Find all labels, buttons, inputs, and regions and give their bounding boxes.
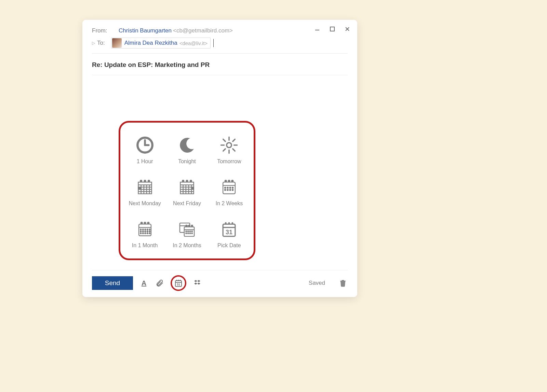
svg-rect-0 (315, 30, 319, 30)
svg-point-20 (148, 180, 150, 182)
recipient-email: <dea@liv.it> (179, 40, 208, 46)
compose-window: From: Christin Baumgarten <cb@getmailbir… (82, 20, 357, 297)
recipient-chip[interactable]: Almira Dea Rezkitha <dea@liv.it> (111, 38, 211, 48)
svg-point-53 (230, 189, 231, 190)
svg-point-93 (228, 222, 230, 224)
svg-point-85 (191, 231, 192, 232)
svg-point-31 (182, 180, 184, 182)
svg-point-68 (147, 231, 148, 232)
svg-point-49 (230, 187, 231, 188)
svg-point-87 (188, 233, 189, 234)
svg-point-66 (143, 231, 144, 232)
svg-rect-41 (191, 187, 194, 190)
svg-rect-28 (138, 187, 141, 190)
schedule-send-icon[interactable]: 31 (174, 278, 183, 288)
snooze-2-weeks[interactable]: In 2 Weeks (208, 171, 250, 213)
trash-icon[interactable] (338, 278, 348, 288)
snooze-popup: 1 Hour Tonight (119, 121, 255, 260)
svg-point-69 (149, 231, 150, 232)
maximize-button[interactable] (330, 26, 335, 33)
svg-point-71 (143, 233, 144, 234)
svg-point-46 (232, 180, 234, 182)
svg-point-92 (225, 222, 227, 224)
subject-line[interactable]: Re: Update on ESP: Marketing and PR (92, 54, 348, 75)
calendar-friday-icon (177, 177, 197, 197)
send-button[interactable]: Send (92, 276, 133, 290)
dropbox-icon[interactable] (192, 278, 202, 288)
svg-point-32 (186, 180, 188, 182)
snooze-2-months[interactable]: In 2 Months (166, 213, 208, 255)
snooze-1-month[interactable]: In 1 Month (124, 213, 166, 255)
svg-point-82 (186, 231, 187, 232)
svg-point-18 (140, 180, 142, 182)
format-text-icon[interactable]: A (139, 278, 149, 288)
snooze-pick-date[interactable]: 31 Pick Date (208, 213, 250, 255)
svg-point-45 (228, 180, 230, 182)
sun-icon (219, 135, 239, 155)
svg-point-99 (178, 280, 179, 281)
svg-text:31: 31 (226, 229, 232, 236)
from-name[interactable]: Christin Baumgarten (119, 27, 172, 34)
svg-line-12 (223, 139, 225, 141)
svg-point-98 (176, 280, 177, 281)
minimize-button[interactable] (315, 26, 320, 33)
schedule-send-highlight: 31 (171, 275, 186, 291)
snooze-tonight[interactable]: Tonight (166, 129, 208, 171)
attachment-icon[interactable] (155, 278, 164, 288)
svg-point-33 (190, 180, 192, 182)
svg-point-44 (225, 180, 227, 182)
calendar-pick-date-icon: 31 (219, 219, 239, 239)
save-status: Saved (309, 280, 325, 286)
from-row: From: Christin Baumgarten <cb@getmailbir… (92, 27, 348, 34)
to-label: To: (97, 40, 105, 46)
svg-point-81 (191, 225, 193, 227)
bottom-toolbar: Send A 31 Saved (92, 270, 348, 291)
svg-point-63 (147, 229, 148, 230)
snooze-1-hour[interactable]: 1 Hour (124, 129, 166, 171)
svg-point-57 (141, 222, 142, 224)
svg-line-13 (233, 149, 235, 151)
svg-point-54 (232, 189, 233, 190)
svg-point-89 (191, 233, 192, 234)
expand-recipients-icon[interactable]: ▷ (92, 41, 95, 45)
svg-point-100 (180, 280, 181, 281)
svg-point-94 (232, 222, 234, 224)
from-label: From: (92, 27, 112, 34)
snooze-next-friday[interactable]: Next Friday (166, 171, 208, 213)
svg-point-74 (149, 233, 150, 234)
to-row: ▷ To: Almira Dea Rezkitha <dea@liv.it> (92, 38, 348, 53)
svg-point-59 (147, 222, 149, 224)
svg-point-72 (145, 233, 146, 234)
svg-point-84 (190, 231, 191, 232)
avatar (112, 38, 122, 48)
text-caret (213, 39, 214, 47)
svg-point-64 (149, 229, 150, 230)
clock-icon (135, 135, 155, 155)
snooze-next-monday[interactable]: Next Monday (124, 171, 166, 213)
svg-point-73 (147, 233, 148, 234)
calendar-1month-icon (135, 219, 155, 239)
recipient-name: Almira Dea Rezkitha (124, 40, 177, 46)
svg-line-14 (233, 139, 235, 141)
svg-point-47 (225, 187, 226, 188)
svg-point-50 (232, 187, 233, 188)
close-button[interactable] (345, 26, 350, 33)
svg-line-15 (223, 149, 225, 151)
svg-point-58 (144, 222, 146, 224)
svg-point-70 (140, 233, 141, 234)
svg-point-67 (145, 231, 146, 232)
svg-point-65 (140, 231, 141, 232)
svg-text:31: 31 (177, 283, 180, 286)
svg-point-86 (186, 233, 187, 234)
svg-point-62 (145, 229, 146, 230)
svg-point-60 (140, 229, 141, 230)
svg-point-80 (188, 225, 190, 227)
moon-icon (177, 135, 197, 155)
svg-point-19 (144, 180, 146, 182)
snooze-tomorrow[interactable]: Tomorrow (208, 129, 250, 171)
calendar-2weeks-icon (219, 177, 239, 197)
email-body[interactable]: 1 Hour Tonight (92, 75, 348, 270)
calendar-2months-icon (177, 219, 197, 239)
window-controls (315, 26, 350, 33)
svg-point-52 (227, 189, 228, 190)
